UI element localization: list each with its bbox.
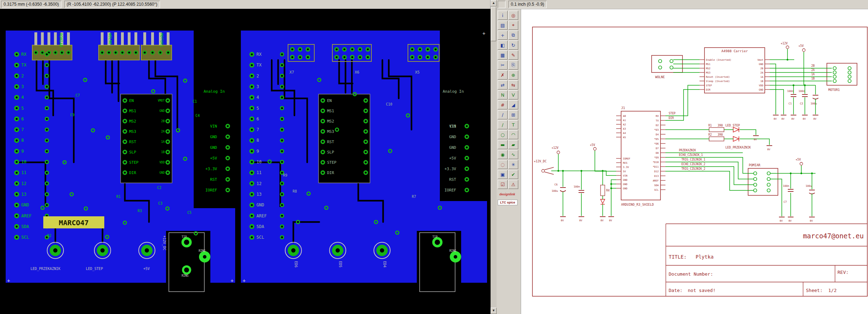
tool-mirror-icon[interactable]: ◧ [498, 40, 508, 50]
tool-miter-icon[interactable]: ◢ [508, 100, 518, 109]
board-top-view[interactable]: POMIARWOLNEMOTOR1RXTX2345678910111213GND… [6, 31, 235, 293]
net-label-trig1: TRIG_CZUJNIK_1 [681, 158, 706, 161]
svg-text:TX: TX [656, 119, 659, 122]
tool-signal-icon[interactable]: ∿ [508, 150, 518, 159]
scroll-track[interactable] [491, 42, 497, 308]
led-przekaznik-symbol[interactable] [733, 136, 739, 141]
svg-text:SDA: SDA [21, 224, 29, 229]
tool-wire-icon[interactable]: / [498, 120, 508, 129]
svg-text:MS3: MS3 [706, 71, 711, 74]
svg-text:1A: 1A [761, 76, 764, 78]
scroll-up-button[interactable]: ▲ [491, 0, 497, 6]
net-label-echo2: ECHO_CZUJNIK_2 [681, 163, 706, 166]
schematic-statusbar: 0.1 inch (0.5 -0.9) [497, 0, 868, 9]
net-label-dir: DIR [669, 117, 674, 120]
svg-text:MS2: MS2 [327, 119, 334, 124]
svg-text:0V: 0V [754, 138, 757, 141]
tool-hole-icon[interactable]: ◌ [498, 160, 508, 169]
svg-text:9: 9 [21, 149, 24, 154]
tool-rect-icon[interactable]: ▬ [498, 140, 508, 149]
tool-paste-icon[interactable]: ⎘ [508, 60, 518, 70]
svg-text:RST: RST [449, 177, 456, 182]
tool-value-icon[interactable]: V [508, 90, 518, 99]
svg-text:GND: GND [210, 145, 217, 150]
svg-text:GND: GND [256, 202, 264, 207]
c7-ref: C7 [784, 200, 787, 204]
tool-group-icon[interactable]: ▦ [498, 50, 508, 60]
tool-copy-icon[interactable]: ⧉ [508, 31, 518, 40]
tool-polygon-icon[interactable]: ▰ [508, 140, 518, 149]
svg-text:11: 11 [256, 170, 261, 175]
titleblock-rev-label: REV: [837, 270, 848, 275]
tool-split-icon[interactable]: ∕ [498, 110, 508, 119]
board-vscrollbar[interactable]: ▲ ▼ [490, 0, 497, 314]
tool-delete-icon[interactable]: ✗ [498, 70, 508, 80]
tool-move-icon[interactable]: + [498, 31, 508, 40]
tool-drc-icon[interactable]: ☑ [498, 180, 508, 189]
board-canvas[interactable]: POMIARWOLNEMOTOR1RXTX2345678910111213GND… [0, 9, 490, 314]
titleblock-title-label: TITLE: [669, 254, 687, 260]
svg-text:RST: RST [327, 140, 334, 144]
svg-text:1A: 1A [161, 140, 165, 144]
designlink-logo[interactable]: designlink [498, 193, 517, 196]
tool-auto-icon[interactable]: ▣ [498, 170, 508, 179]
board-cursor-coords: (R -105.4100 -62.2300) (P 122.4085 210.5… [64, 1, 160, 8]
resistor-r2[interactable]: R2 390 [708, 133, 724, 141]
svg-text:SLP: SLP [327, 150, 334, 155]
tool-arc-icon[interactable]: ◠ [508, 130, 518, 139]
svg-text:AREF: AREF [256, 213, 267, 218]
tool-name-icon[interactable]: N [498, 90, 508, 99]
board-bottom-view[interactable]: X7X6X5RXTX2345678910111213GNDAREFSDASCLE… [241, 31, 487, 293]
schematic-canvas[interactable]: marco47@onet.eu TITLE: Plytka Document N… [521, 9, 868, 314]
svg-text:GND: GND [623, 179, 627, 182]
schematic-svg[interactable]: marco47@onet.eu TITLE: Plytka Document N… [521, 9, 868, 314]
tool-replace-icon[interactable]: ⇆ [508, 80, 518, 90]
tool-pinswap-icon[interactable]: ⇄ [498, 80, 508, 90]
tool-ratsnest-icon[interactable]: ✳ [508, 160, 518, 169]
p5v-label-logic: +5V [590, 144, 595, 147]
ltc-spice-logo[interactable]: LTC spice [498, 200, 518, 205]
svg-text:0V: 0V [803, 118, 806, 120]
svg-text:7: 7 [256, 127, 259, 132]
tool-smash-icon[interactable]: # [498, 100, 508, 109]
svg-text:0V: 0V [781, 118, 785, 120]
tool-erc-icon[interactable]: ✔ [508, 170, 518, 179]
tool-cut-icon[interactable]: ✂ [498, 60, 508, 70]
led-power-symbol[interactable] [601, 199, 605, 204]
tool-invoke-icon[interactable]: ⊞ [508, 110, 518, 119]
svg-text:IOREF: IOREF [205, 188, 217, 193]
svg-text:0V: 0V [767, 148, 770, 151]
tool-circle-icon[interactable]: ○ [498, 130, 508, 139]
tool-mark-icon[interactable]: ⌖ [508, 21, 518, 30]
tool-add-icon[interactable]: ⊕ [508, 70, 518, 80]
tool-change-icon[interactable]: ✎ [508, 50, 518, 60]
tool-display-icon[interactable]: ▤ [498, 21, 508, 30]
scroll-down-button[interactable]: ▼ [491, 308, 497, 314]
led-step-symbol[interactable] [733, 127, 739, 132]
svg-text:MS3: MS3 [129, 129, 136, 134]
scroll-thumb[interactable] [491, 7, 496, 41]
wolne-connector-symbol[interactable]: WOLNE [652, 55, 682, 79]
tool-show-icon[interactable]: ◎ [508, 11, 518, 20]
motor1-connector-symbol[interactable]: MOTOR1 2B 2A 1A 1B [811, 63, 857, 92]
tool-errors-icon[interactable]: ⚠ [508, 180, 518, 189]
resistor-r4[interactable]: R4 [601, 185, 610, 196]
tool-info-icon[interactable]: i [498, 11, 508, 20]
svg-text:0V: 0V [813, 118, 817, 120]
pomiar-label: POMIAR [749, 163, 761, 167]
svg-text:Vmot: Vmot [757, 59, 763, 61]
a4988-carrier-symbol[interactable]: A4988 Carrier [704, 48, 765, 93]
board-svg[interactable]: POMIARWOLNEMOTOR1RXTX2345678910111213GND… [0, 9, 491, 314]
svg-text:2B: 2B [161, 120, 165, 123]
svg-text:R2: R2 [47, 234, 51, 238]
tool-via-icon[interactable]: ◉ [498, 150, 508, 159]
tool-text-icon[interactable]: T [508, 120, 518, 129]
tool-rotate-icon[interactable]: ↻ [508, 40, 518, 50]
svg-text:C9: C9 [70, 113, 74, 117]
svg-text:C10: C10 [386, 102, 392, 106]
svg-text:C4: C4 [195, 114, 200, 118]
svg-text:EN: EN [129, 98, 134, 103]
resistor-r1[interactable]: R1 390 [708, 124, 724, 132]
svg-text:*D9: *D9 [654, 156, 659, 159]
svg-text:GND: GND [160, 171, 165, 174]
